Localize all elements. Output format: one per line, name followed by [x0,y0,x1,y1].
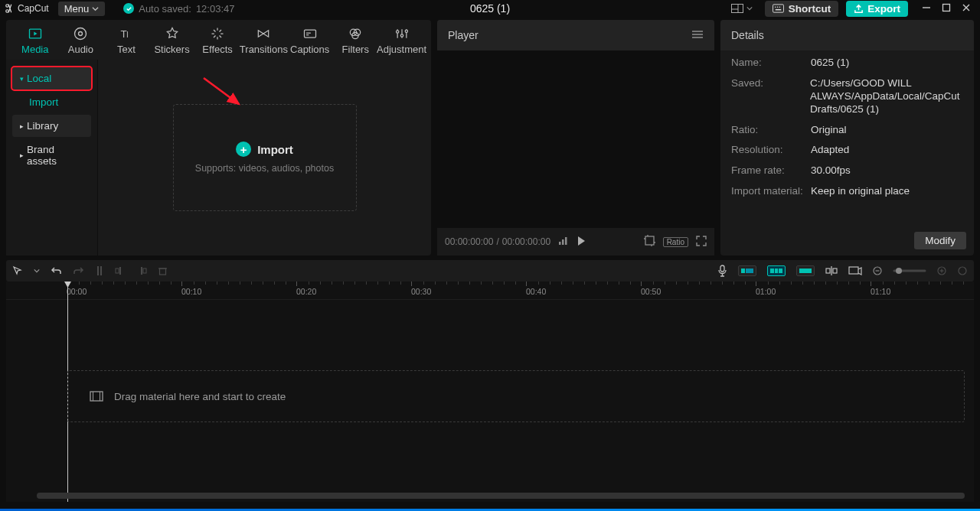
svg-rect-11 [943,4,950,11]
details-panel: Details Name:0625 (1) Saved:C:/Users/GOO… [720,20,974,255]
svg-rect-17 [304,30,315,37]
menu-button[interactable]: Menu [58,2,106,16]
svg-point-27 [400,34,403,37]
timeline-dropzone[interactable]: Drag material here and start to create [67,370,965,422]
tab-text[interactable]: TI Text [103,24,149,60]
keyboard-icon [773,4,784,13]
fullscreen-icon [696,236,707,246]
sidebar-item-brand-assets[interactable]: ▸Brand assets [12,138,91,172]
ratio-button[interactable]: Ratio [663,237,688,247]
player-quality-button[interactable] [558,236,569,248]
timeline-scrollbar[interactable] [37,493,965,499]
player-viewport[interactable] [437,50,714,228]
svg-point-13 [75,28,87,40]
tab-effects[interactable]: Effects [194,24,240,60]
project-title: 0625 (1) [470,2,510,15]
maximize-button[interactable] [942,3,951,15]
undo-button[interactable] [51,265,62,276]
tab-adjustment[interactable]: Adjustment [378,24,425,60]
layout-button[interactable] [727,2,757,15]
timeline[interactable]: 00:0000:1000:2000:3000:4000:5001:0001:10… [6,282,974,502]
title-bar: CapCut Menu Auto saved: 12:03:47 0625 (1… [0,0,980,17]
mic-icon [717,265,727,277]
svg-point-63 [959,267,966,275]
details-import-value: Keep in original place [811,185,910,198]
media-panel: Media Audio TI Text Stickers Effects Tra… [6,20,431,255]
player-time-current: 00:00:00:00 [445,236,493,247]
filters-icon [348,26,363,41]
trash-icon [158,265,168,276]
delete-right-button[interactable] [136,265,147,276]
svg-line-29 [204,78,239,104]
timeline-toolbar [6,260,974,282]
tool-dropdown[interactable] [34,268,40,274]
details-header: Details [720,20,974,50]
zoom-slider[interactable] [893,267,926,275]
captions-icon [302,26,318,41]
export-icon [854,4,864,14]
timeline-ruler[interactable]: 00:0000:1000:2000:3000:4000:5001:0001:10 [6,282,974,300]
record-audio-button[interactable] [717,265,727,277]
svg-point-7 [777,6,779,8]
track-main-icon [740,266,754,275]
minimize-button[interactable] [922,3,931,15]
sidebar-item-local[interactable]: ▾Local [12,67,91,90]
delete-button[interactable] [158,265,168,276]
svg-rect-38 [100,266,102,275]
ruler-tick: 01:10 [871,282,890,296]
svg-rect-43 [160,269,166,275]
app-name: CapCut [18,3,49,14]
timeline-dropzone-label: Drag material here and start to create [114,391,286,402]
sidebar-item-library[interactable]: ▸Library [12,115,91,137]
zoom-in-button[interactable] [937,266,946,275]
redo-button[interactable] [73,265,84,276]
tab-stickers[interactable]: Stickers [149,24,195,60]
delete-left-button[interactable] [115,265,126,276]
tab-filters[interactable]: Filters [332,24,378,60]
player-menu-button[interactable] [691,29,704,41]
scale-button[interactable] [644,235,655,249]
magnet-main-button[interactable] [738,265,756,276]
svg-rect-51 [799,269,812,273]
plus-circle-icon [937,266,946,275]
split-button[interactable] [95,265,104,276]
svg-rect-35 [565,237,567,245]
ruler-tick: 00:10 [181,282,201,296]
minimize-icon [922,3,931,12]
import-dropzone[interactable]: + Import Supports: videos, audios, photo… [173,104,357,211]
svg-point-59 [896,268,902,274]
selection-tool[interactable] [12,265,23,276]
chevron-down-icon [34,268,40,274]
magnet-link-button[interactable] [796,265,815,276]
sidebar-item-import[interactable]: Import [12,91,91,113]
snap-button[interactable] [825,265,838,276]
tab-media[interactable]: Media [12,24,58,60]
fullscreen-button[interactable] [696,236,707,249]
minus-circle-icon [873,266,882,275]
tab-captions[interactable]: Captions [287,24,333,60]
details-ratio-value: Original [811,124,847,137]
media-sidebar: ▾Local Import ▸Library ▸Brand assets [6,60,98,255]
export-button[interactable]: Export [846,1,908,17]
caret-right-icon: ▸ [20,122,24,130]
pointer-icon [12,265,23,276]
details-ratio-key: Ratio: [731,124,811,137]
shortcut-button[interactable]: Shortcut [765,1,839,17]
modify-button[interactable]: Modify [914,232,966,249]
close-icon [962,3,971,12]
tab-transitions[interactable]: Transitions [240,24,287,60]
media-tabs: Media Audio TI Text Stickers Effects Tra… [6,20,431,60]
zoom-out-button[interactable] [873,266,882,275]
svg-rect-33 [559,242,561,245]
play-button[interactable] [577,236,586,249]
tab-audio[interactable]: Audio [58,24,104,60]
zoom-fit-button[interactable] [957,266,968,275]
details-res-value: Adapted [811,144,849,157]
player-panel: Player 00:00:00:00 / 00:00:00:00 Ratio [437,20,714,255]
preview-axis-button[interactable] [848,266,862,276]
effects-icon [210,26,225,41]
close-button[interactable] [962,3,971,15]
audio-icon [73,26,88,41]
details-import-key: Import material: [731,185,811,198]
magnet-auto-button[interactable] [767,265,786,276]
